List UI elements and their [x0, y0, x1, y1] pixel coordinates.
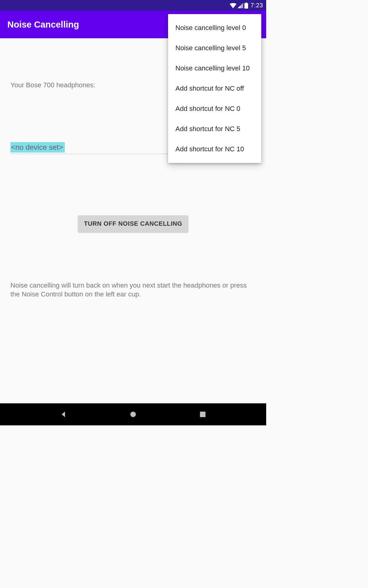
wifi-icon: [230, 3, 236, 8]
menu-item-shortcut-nc-10[interactable]: Add shortcut for NC 10: [168, 139, 261, 159]
menu-item-shortcut-nc-0[interactable]: Add shortcut for NC 0: [168, 99, 261, 119]
cellular-signal-icon: [238, 3, 243, 8]
device-value[interactable]: <no device set>: [10, 142, 65, 153]
status-clock: 7:23: [251, 2, 263, 9]
svg-point-2: [130, 412, 136, 417]
nav-home-button[interactable]: [127, 408, 139, 420]
nav-recent-button[interactable]: [197, 408, 209, 420]
menu-item-shortcut-nc-off[interactable]: Add shortcut for NC off: [168, 78, 261, 99]
turn-off-noise-cancelling-button[interactable]: TURN OFF NOISE CANCELLING: [78, 215, 189, 232]
menu-item-nc-level-10[interactable]: Noise cancelling level 10: [168, 58, 261, 78]
menu-item-shortcut-nc-5[interactable]: Add shortcut for NC 5: [168, 119, 261, 139]
app-title: Noise Cancelling: [7, 20, 79, 30]
navigation-bar: [0, 403, 266, 425]
menu-item-nc-level-0[interactable]: Noise cancelling level 0: [168, 18, 261, 38]
svg-rect-1: [244, 3, 248, 9]
overflow-menu: Noise cancelling level 0 Noise cancellin…: [168, 14, 261, 163]
status-bar: 7:23: [0, 0, 266, 11]
battery-icon: [244, 2, 248, 9]
svg-rect-3: [200, 412, 205, 417]
info-text: Noise cancelling will turn back on when …: [10, 281, 256, 299]
menu-item-nc-level-5[interactable]: Noise cancelling level 5: [168, 38, 261, 58]
nav-back-button[interactable]: [57, 408, 70, 420]
svg-rect-0: [246, 2, 247, 3]
